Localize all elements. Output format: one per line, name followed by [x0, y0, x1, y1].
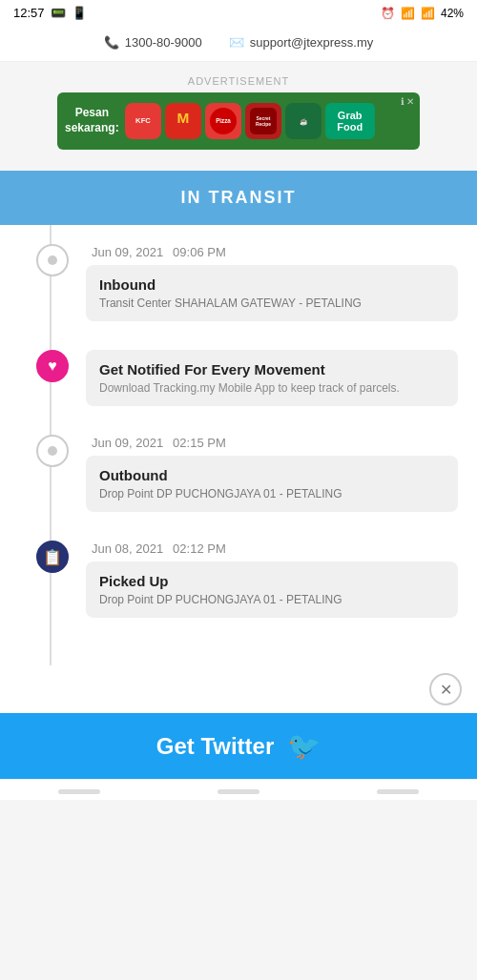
timeline-item-notification: ♥ Get Notified For Every Movement Downlo…: [19, 350, 458, 406]
twitter-banner[interactable]: Get Twitter 🐦: [0, 713, 477, 779]
alarm-icon: ⏰: [381, 7, 395, 20]
in-transit-header: IN TRANSIT: [0, 171, 477, 225]
kfc-logo[interactable]: KFC: [125, 103, 161, 139]
timeline: Jun 09, 2021 09:06 PM Inbound Transit Ce…: [0, 225, 477, 665]
datetime-4: Jun 08, 2021 02:12 PM: [86, 541, 458, 556]
timeline-item-inbound: Jun 09, 2021 09:06 PM Inbound Transit Ce…: [19, 244, 458, 321]
phone-icon: 📞: [104, 35, 119, 50]
nav-recents-button[interactable]: [377, 789, 419, 794]
battery-display: 42%: [441, 7, 464, 20]
card-inbound: Inbound Transit Center SHAHALAM GATEWAY …: [86, 265, 458, 321]
card-title-inbound: Inbound: [99, 276, 445, 293]
timeline-content-1: Jun 09, 2021 09:06 PM Inbound Transit Ce…: [86, 244, 458, 321]
message-icon: 📟: [51, 6, 66, 20]
card-sub-inbound: Transit Center SHAHALAM GATEWAY - PETALI…: [99, 296, 445, 310]
twitter-banner-text: Get Twitter: [156, 733, 275, 760]
svg-text:KFC: KFC: [135, 116, 151, 125]
datetime-1: Jun 09, 2021 09:06 PM: [86, 244, 458, 259]
svg-text:☕: ☕: [299, 117, 307, 126]
svg-text:M: M: [176, 110, 189, 126]
card-title-notif: Get Notified For Every Movement: [99, 361, 445, 378]
ad-text: Pesan sekarang:: [65, 106, 119, 135]
contact-bar: 📞 1300-80-9000 ✉️ support@jtexpress.my: [0, 26, 477, 62]
ad-info-icon[interactable]: ℹ: [401, 96, 404, 107]
timeline-dot-3: [36, 435, 69, 467]
pizzahut-logo[interactable]: Pizza: [205, 103, 241, 139]
email-address: support@jtexpress.my: [250, 35, 374, 50]
status-bar: 12:57 📟 📱 ⏰ 📶 📶 42%: [0, 0, 477, 26]
timeline-item-outbound: Jun 09, 2021 02:15 PM Outbound Drop Poin…: [19, 435, 458, 512]
card-sub-outbound: Drop Point DP PUCHONGJAYA 01 - PETALING: [99, 487, 445, 500]
wifi-icon: 📶: [401, 7, 415, 20]
timeline-content-notif: Get Notified For Every Movement Download…: [86, 350, 458, 406]
dot-inner-1: [48, 255, 57, 265]
grabfood-logo[interactable]: Grab Food: [325, 103, 375, 139]
card-outbound: Outbound Drop Point DP PUCHONGJAYA 01 - …: [86, 456, 458, 512]
ad-banner[interactable]: Pesan sekarang: KFC M: [57, 92, 420, 150]
email-contact[interactable]: ✉️ support@jtexpress.my: [229, 35, 374, 50]
mcdonalds-logo[interactable]: M: [165, 103, 201, 139]
svg-rect-6: [250, 108, 277, 134]
card-sub-notif: Download Tracking.my Mobile App to keep …: [99, 381, 445, 395]
time-display: 12:57: [13, 6, 45, 20]
close-button-wrap: ✕: [0, 665, 477, 713]
timeline-dot-notif: ♥: [36, 350, 69, 382]
svg-text:Recipe: Recipe: [256, 122, 271, 127]
timeline-dot-1: [36, 244, 69, 276]
timeline-dot-4: 📋: [36, 541, 69, 573]
ad-logos: KFC M Pizza Secret: [125, 103, 412, 139]
signal-icon: 📶: [421, 7, 435, 20]
nav-back-button[interactable]: [58, 789, 100, 794]
card-notification[interactable]: Get Notified For Every Movement Download…: [86, 350, 458, 406]
nav-home-button[interactable]: [218, 789, 259, 794]
card-sub-pickedup: Drop Point DP PUCHONGJAYA 01 - PETALING: [99, 593, 445, 606]
timeline-content-3: Jun 09, 2021 02:15 PM Outbound Drop Poin…: [86, 435, 458, 512]
status-left: 12:57 📟 📱: [13, 6, 87, 20]
twitter-icon: 🐦: [287, 730, 321, 762]
whatsapp-icon: 📱: [72, 6, 87, 20]
card-title-pickedup: Picked Up: [99, 573, 445, 589]
ad-controls[interactable]: ℹ ✕: [401, 96, 414, 107]
svg-text:Secret: Secret: [256, 116, 270, 121]
starbucks-logo[interactable]: ☕: [285, 103, 321, 139]
phone-contact[interactable]: 📞 1300-80-9000: [104, 35, 202, 50]
email-icon: ✉️: [229, 35, 244, 50]
dot-inner-3: [48, 446, 57, 456]
card-pickedup: Picked Up Drop Point DP PUCHONGJAYA 01 -…: [86, 561, 458, 618]
phone-number: 1300-80-9000: [125, 35, 202, 50]
status-right: ⏰ 📶 📶 42%: [381, 7, 464, 20]
secretrecipe-logo[interactable]: Secret Recipe: [245, 103, 281, 139]
timeline-content-4: Jun 08, 2021 02:12 PM Picked Up Drop Poi…: [86, 541, 458, 618]
ad-label: ADVERTISEMENT: [0, 75, 477, 87]
svg-text:Pizza: Pizza: [216, 117, 231, 124]
ad-close-icon[interactable]: ✕: [406, 96, 414, 107]
close-button[interactable]: ✕: [429, 673, 462, 705]
bottom-nav: [0, 779, 477, 800]
card-title-outbound: Outbound: [99, 467, 445, 483]
timeline-item-pickedup: 📋 Jun 08, 2021 02:12 PM Picked Up Drop P…: [19, 541, 458, 618]
datetime-3: Jun 09, 2021 02:15 PM: [86, 435, 458, 450]
advertisement-section: ADVERTISEMENT Pesan sekarang: KFC M: [0, 62, 477, 159]
